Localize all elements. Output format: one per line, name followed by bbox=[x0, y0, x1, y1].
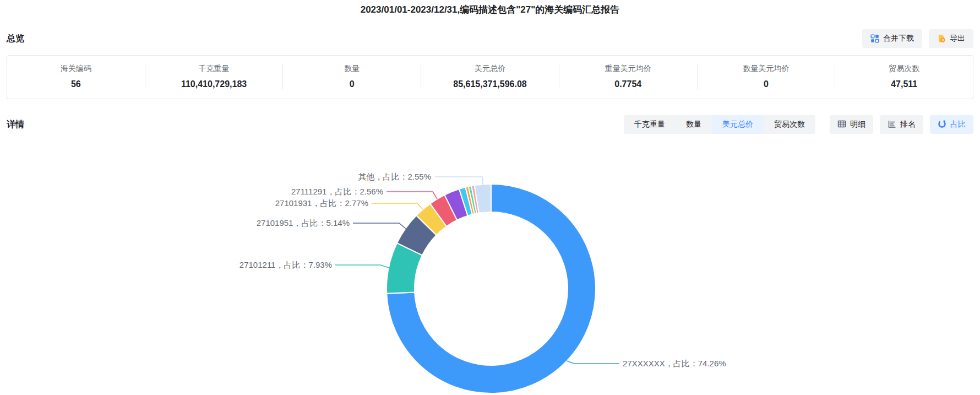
tab-usd-total[interactable]: 美元总价 bbox=[712, 115, 764, 134]
view-button-group: 明细 排名 占比 bbox=[830, 115, 973, 134]
overview-header: 总览 合并下载 导出 bbox=[0, 29, 980, 48]
pie-label-27xxxxxx: 27XXXXXX，占比：74.26% bbox=[623, 358, 726, 370]
detail-heading: 详情 bbox=[7, 119, 24, 131]
stat-label: 千克重量 bbox=[145, 64, 283, 74]
view-ratio-label: 占比 bbox=[950, 120, 966, 129]
merge-download-label: 合并下载 bbox=[883, 34, 914, 44]
stat-usd-total: 美元总价 85,615,371,596.08 bbox=[421, 64, 559, 89]
stat-value: 0 bbox=[698, 79, 835, 89]
pie-label-27101951: 27101951，占比：5.14% bbox=[257, 217, 350, 229]
rank-icon bbox=[888, 120, 896, 130]
overview-stats-card: 海关编码 56 千克重量 110,410,729,183 数量 0 美元总价 8… bbox=[7, 55, 973, 99]
detail-controls: 千克重量 数量 美元总价 贸易次数 明细 bbox=[624, 115, 973, 134]
donut-slices bbox=[386, 184, 596, 393]
label-line-27101931 bbox=[372, 203, 423, 209]
stat-label: 重量美元均价 bbox=[559, 64, 697, 74]
label-line-27101211 bbox=[335, 265, 389, 268]
table-icon bbox=[837, 120, 846, 130]
view-ratio-button[interactable]: 占比 bbox=[930, 115, 973, 134]
stat-label: 海关编码 bbox=[7, 64, 145, 74]
pie-label-other: 其他，占比：2.55% bbox=[358, 171, 431, 183]
merge-download-button[interactable]: 合并下载 bbox=[862, 29, 922, 48]
stat-value: 47,511 bbox=[835, 79, 973, 89]
pie-label-27111291: 27111291，占比：2.56% bbox=[291, 186, 383, 198]
pie-label-27101211: 27101211，占比：7.93% bbox=[239, 259, 332, 271]
label-line-27101951 bbox=[353, 223, 406, 229]
view-rank-label: 排名 bbox=[900, 120, 916, 129]
stat-value: 56 bbox=[7, 79, 145, 89]
export-label: 导出 bbox=[950, 34, 965, 44]
page-title: 2023/01/01-2023/12/31,编码描述包含"27"的海关编码汇总报… bbox=[0, 0, 980, 17]
stat-label: 数量美元均价 bbox=[698, 64, 835, 74]
stat-trade-count: 贸易次数 47,511 bbox=[835, 64, 973, 89]
stat-label: 数量 bbox=[283, 64, 421, 74]
tab-quantity[interactable]: 数量 bbox=[676, 115, 712, 134]
stat-label: 贸易次数 bbox=[835, 64, 973, 74]
stat-value: 0.7754 bbox=[559, 79, 697, 89]
stat-label: 美元总价 bbox=[421, 64, 559, 74]
overview-heading: 总览 bbox=[7, 33, 24, 45]
view-rank-button[interactable]: 排名 bbox=[880, 115, 923, 134]
tab-kg-weight[interactable]: 千克重量 bbox=[624, 115, 676, 134]
stat-usd-per-quantity: 数量美元均价 0 bbox=[697, 64, 835, 89]
stat-usd-per-weight: 重量美元均价 0.7754 bbox=[559, 64, 697, 89]
stat-customs-code: 海关编码 56 bbox=[7, 64, 145, 89]
donut-chart: 其他，占比：2.55% 27111291，占比：2.56% 27101931，占… bbox=[0, 140, 980, 394]
donut-ratio-icon bbox=[938, 120, 946, 130]
tab-trade-count[interactable]: 贸易次数 bbox=[764, 115, 815, 134]
view-detail-label: 明细 bbox=[850, 120, 865, 129]
label-line-27xxxxxx bbox=[567, 361, 619, 364]
view-detail-button[interactable]: 明细 bbox=[830, 115, 873, 134]
export-button[interactable]: 导出 bbox=[929, 29, 973, 48]
stat-quantity: 数量 0 bbox=[282, 64, 421, 89]
label-line-other bbox=[435, 177, 483, 185]
stat-value: 85,615,371,596.08 bbox=[421, 79, 559, 89]
metric-tab-group: 千克重量 数量 美元总价 贸易次数 bbox=[624, 115, 815, 134]
stat-kg-weight: 千克重量 110,410,729,183 bbox=[145, 64, 283, 89]
merge-download-icon bbox=[870, 34, 879, 43]
donut-svg bbox=[0, 140, 980, 394]
pie-label-27101931: 27101931，占比：2.77% bbox=[275, 197, 368, 209]
detail-header: 详情 千克重量 数量 美元总价 贸易次数 明细 bbox=[0, 115, 980, 134]
stat-value: 110,410,729,183 bbox=[145, 79, 283, 89]
export-icon bbox=[937, 34, 946, 43]
label-line-27111291 bbox=[386, 192, 437, 199]
stat-value: 0 bbox=[283, 79, 421, 89]
overview-actions: 合并下载 导出 bbox=[862, 29, 973, 48]
